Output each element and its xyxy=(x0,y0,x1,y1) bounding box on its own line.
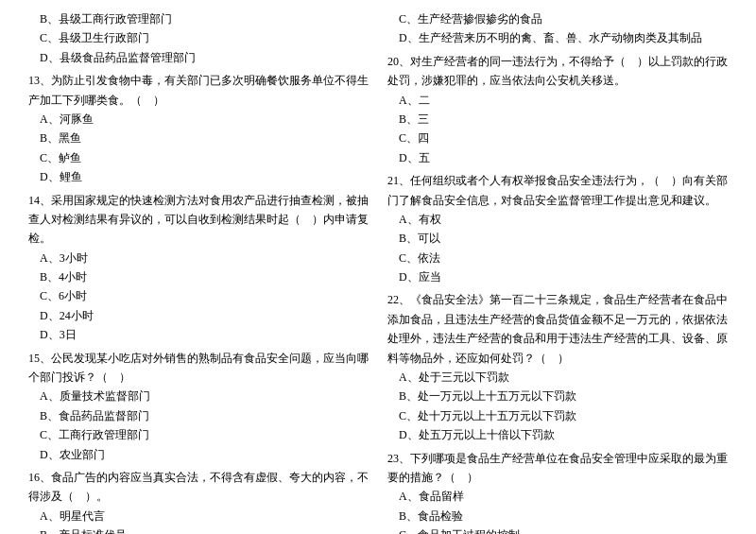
question-16: 16、食品广告的内容应当真实合法，不得含有虚假、夸大的内容，不得涉及（ ）。 A… xyxy=(28,468,369,534)
q23-text: 23、下列哪项是食品生产经营单位在食品安全管理中应采取的最为重要的措施？（ ） xyxy=(387,449,728,488)
question-22: 22、《食品安全法》第一百二十三条规定，食品生产经营者在食品中添加食品，且违法生… xyxy=(387,290,728,444)
q21-d: D、应当 xyxy=(387,267,728,286)
q14-e: D、3日 xyxy=(28,325,369,344)
continuation-options: B、县级工商行政管理部门 C、县级卫生行政部门 D、县级食品药品监督管理部门 xyxy=(28,9,369,67)
q13-b: B、黑鱼 xyxy=(28,129,369,147)
continuation-options-right: C、生产经营掺假掺劣的食品 D、生产经营来历不明的禽、畜、兽、水产动物肉类及其制… xyxy=(387,9,728,48)
opt-c: C、生产经营掺假掺劣的食品 xyxy=(387,9,728,28)
q14-d: D、24小时 xyxy=(28,306,369,325)
q22-b: B、处一万元以上十五万元以下罚款 xyxy=(387,387,728,405)
q21-b: B、可以 xyxy=(387,229,728,248)
question-13: 13、为防止引发食物中毒，有关部门已多次明确餐饮服务单位不得生产加工下列哪类食。… xyxy=(28,71,369,186)
q20-c: C、四 xyxy=(387,129,728,147)
q15-text: 15、公民发现某小吃店对外销售的熟制品有食品安全问题，应当向哪个部门投诉？（ ） xyxy=(28,349,369,388)
option-c: C、县级卫生行政部门 xyxy=(28,28,369,47)
q16-text: 16、食品广告的内容应当真实合法，不得含有虚假、夸大的内容，不得涉及（ ）。 xyxy=(28,468,369,507)
q21-a: A、有权 xyxy=(387,210,728,229)
q20-a: A、二 xyxy=(387,91,728,110)
option-b: B、县级工商行政管理部门 xyxy=(28,9,369,28)
q13-d: D、鲤鱼 xyxy=(28,167,369,186)
q23-a: A、食品留样 xyxy=(387,487,728,506)
right-column: C、生产经营掺假掺劣的食品 D、生产经营来历不明的禽、畜、兽、水产动物肉类及其制… xyxy=(387,9,728,534)
q13-a: A、河豚鱼 xyxy=(28,110,369,129)
q14-c: C、6小时 xyxy=(28,286,369,305)
q13-c: C、鲈鱼 xyxy=(28,148,369,167)
q15-c: C、工商行政管理部门 xyxy=(28,425,369,444)
question-23: 23、下列哪项是食品生产经营单位在食品安全管理中应采取的最为重要的措施？（ ） … xyxy=(387,449,728,534)
q22-text: 22、《食品安全法》第一百二十三条规定，食品生产经营者在食品中添加食品，且违法生… xyxy=(387,290,728,368)
q20-d: D、五 xyxy=(387,148,728,167)
question-15: 15、公民发现某小吃店对外销售的熟制品有食品安全问题，应当向哪个部门投诉？（ ）… xyxy=(28,349,369,464)
question-14: 14、采用国家规定的快速检测方法对食用农产品进行抽查检测，被抽查人对检测结果有异… xyxy=(28,191,369,345)
q22-c: C、处十万元以上十五万元以下罚款 xyxy=(387,406,728,425)
q23-c: C、食品加工过程的控制 xyxy=(387,525,728,534)
q16-a: A、明星代言 xyxy=(28,507,369,525)
option-d: D、县级食品药品监督管理部门 xyxy=(28,48,369,67)
q14-text: 14、采用国家规定的快速检测方法对食用农产品进行抽查检测，被抽查人对检测结果有异… xyxy=(28,191,369,249)
q14-a: A、3小时 xyxy=(28,249,369,267)
page-container: B、县级工商行政管理部门 C、县级卫生行政部门 D、县级食品药品监督管理部门 1… xyxy=(28,9,728,534)
q23-b: B、食品检验 xyxy=(387,507,728,525)
q21-c: C、依法 xyxy=(387,249,728,267)
q21-text: 21、任何组织或者个人有权举报食品安全违法行为，（ ）向有关部门了解食品安全信息… xyxy=(387,171,728,210)
question-21: 21、任何组织或者个人有权举报食品安全违法行为，（ ）向有关部门了解食品安全信息… xyxy=(387,171,728,286)
q16-b: B、产品标准代号 xyxy=(28,525,369,534)
q20-b: B、三 xyxy=(387,110,728,129)
q15-a: A、质量技术监督部门 xyxy=(28,387,369,405)
q22-d: D、处五万元以上十倍以下罚款 xyxy=(387,425,728,444)
q20-text: 20、对生产经营者的同一违法行为，不得给予（ ）以上罚款的行政处罚，涉嫌犯罪的，… xyxy=(387,52,728,91)
left-column: B、县级工商行政管理部门 C、县级卫生行政部门 D、县级食品药品监督管理部门 1… xyxy=(28,9,369,534)
q14-b: B、4小时 xyxy=(28,267,369,286)
opt-d: D、生产经营来历不明的禽、畜、兽、水产动物肉类及其制品 xyxy=(387,28,728,47)
question-20: 20、对生产经营者的同一违法行为，不得给予（ ）以上罚款的行政处罚，涉嫌犯罪的，… xyxy=(387,52,728,167)
q15-d: D、农业部门 xyxy=(28,445,369,464)
q15-b: B、食品药品监督部门 xyxy=(28,406,369,425)
q13-text: 13、为防止引发食物中毒，有关部门已多次明确餐饮服务单位不得生产加工下列哪类食。… xyxy=(28,71,369,110)
main-content: B、县级工商行政管理部门 C、县级卫生行政部门 D、县级食品药品监督管理部门 1… xyxy=(28,9,728,534)
q22-a: A、处于三元以下罚款 xyxy=(387,368,728,387)
